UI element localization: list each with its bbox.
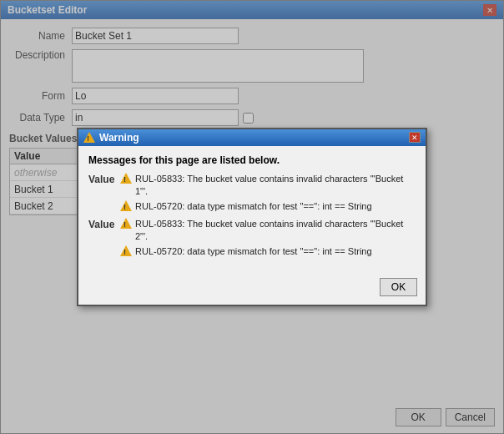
warning-message-1-1: RUL-05833: The bucket value contains inv… — [120, 173, 416, 199]
warn-icon-2-2 — [120, 245, 132, 256]
warning-message-1-2: RUL-05720: data type mismatch for test "… — [120, 200, 416, 213]
group-2-label: Value — [88, 218, 120, 230]
messages-block: Value RUL-05833: The bucket value contai… — [88, 173, 416, 260]
warn-icon-1-2 — [120, 200, 132, 211]
warning-dialog: Warning ✕ Messages for this page are lis… — [77, 128, 427, 306]
warning-text-2-1: RUL-05833: The bucket value contains inv… — [135, 218, 416, 244]
warn-triangle-1-2 — [120, 200, 132, 211]
warning-heading: Messages for this page are listed below. — [88, 154, 416, 166]
warning-group-2: Value RUL-05833: The bucket value contai… — [88, 218, 416, 260]
warn-triangle-1-1 — [120, 173, 132, 184]
warn-triangle-2-1 — [120, 218, 132, 229]
group-1-label: Value — [88, 173, 120, 185]
warning-message-2-1: RUL-05833: The bucket value contains inv… — [120, 218, 416, 244]
warning-group-1: Value RUL-05833: The bucket value contai… — [88, 173, 416, 214]
warning-icon — [83, 132, 95, 143]
warning-title-text: Warning — [99, 132, 139, 144]
warning-text-1-2: RUL-05720: data type mismatch for test "… — [135, 200, 372, 213]
warning-close-button[interactable]: ✕ — [409, 132, 421, 143]
warn-icon-2-1 — [120, 218, 132, 229]
dialog-footer: OK — [78, 273, 426, 305]
dialog-overlay: Warning ✕ Messages for this page are lis… — [1, 1, 503, 433]
dialog-ok-button[interactable]: OK — [380, 278, 417, 296]
warning-message-2-2: RUL-05720: data type mismatch for test "… — [120, 245, 416, 258]
group-2-messages: RUL-05833: The bucket value contains inv… — [120, 218, 416, 260]
warning-title: Warning — [83, 132, 139, 144]
warning-body: Messages for this page are listed below.… — [78, 146, 426, 273]
group-1-messages: RUL-05833: The bucket value contains inv… — [120, 173, 416, 214]
main-window: Bucketset Editor ✕ Name Description Form… — [0, 0, 504, 434]
warning-title-icon — [83, 132, 95, 143]
warn-triangle-2-2 — [120, 245, 132, 256]
warning-title-bar: Warning ✕ — [78, 129, 426, 146]
warn-icon-1-1 — [120, 173, 132, 184]
warning-text-2-2: RUL-05720: data type mismatch for test "… — [135, 245, 372, 258]
warning-text-1-1: RUL-05833: The bucket value contains inv… — [135, 173, 416, 199]
